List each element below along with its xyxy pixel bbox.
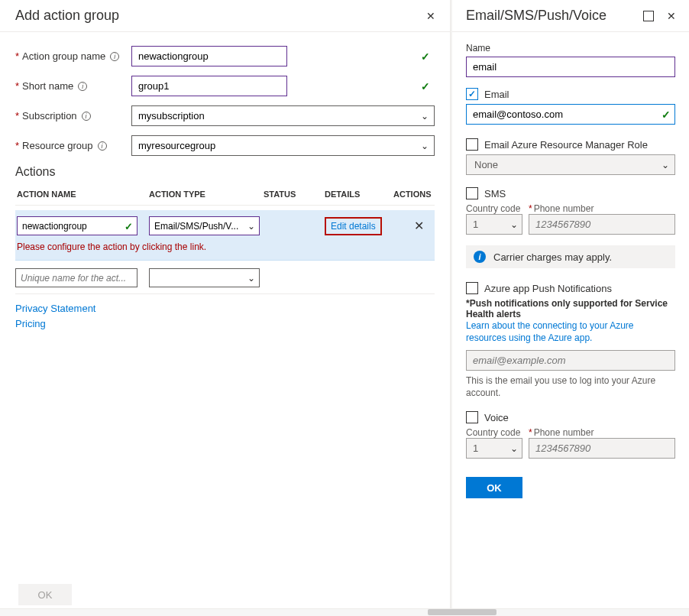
ok-button[interactable]: OK — [466, 477, 522, 498]
action-type-empty-select[interactable] — [149, 268, 260, 287]
horizontal-scrollbar-thumb[interactable] — [428, 609, 497, 615]
checkmark-icon: ✓ — [662, 109, 671, 121]
email-input[interactable] — [466, 104, 675, 125]
action-row-highlighted: ✓ ⌄ Edit details — [15, 210, 435, 261]
name-label: Name — [466, 43, 675, 53]
action-row-empty: ⌄ — [15, 261, 435, 292]
info-icon[interactable]: i — [78, 82, 87, 91]
info-icon: i — [474, 251, 486, 263]
email-checkbox[interactable] — [466, 88, 478, 100]
right-pane-header: Email/SMS/Push/Voice ✕ — [452, 0, 689, 32]
checkmark-icon: ✓ — [421, 80, 430, 92]
checkmark-icon: ✓ — [125, 220, 133, 232]
action-type-select[interactable] — [149, 216, 260, 235]
arm-role-checkbox[interactable] — [466, 138, 478, 151]
name-input[interactable] — [466, 57, 675, 77]
table-header: ACTION NAME ACTION TYPE STATUS DETAILS A… — [15, 186, 435, 206]
horizontal-scrollbar-track[interactable] — [0, 608, 689, 616]
subscription-select[interactable] — [131, 105, 435, 126]
voice-country-code-label: Country code — [466, 427, 522, 438]
arm-role-label: Email Azure Resource Manager Role — [484, 139, 648, 151]
action-name-input[interactable] — [17, 216, 137, 235]
action-group-name-input[interactable] — [131, 46, 287, 66]
voice-label: Voice — [484, 412, 509, 423]
maximize-icon[interactable] — [643, 11, 654, 21]
ok-button[interactable]: OK — [18, 584, 72, 605]
push-helper: This is the email you use to log into yo… — [466, 375, 675, 399]
remove-action-icon[interactable]: ✕ — [410, 219, 427, 233]
sms-phone-label: Phone number — [534, 203, 594, 214]
action-group-name-label: *Action group name i — [15, 50, 131, 62]
info-icon[interactable]: i — [98, 141, 107, 151]
voice-country-code-select[interactable] — [466, 438, 522, 459]
sms-phone-input[interactable] — [529, 214, 675, 235]
info-icon[interactable]: i — [82, 112, 91, 121]
left-pane-header: Add action group ✕ — [0, 0, 450, 32]
short-name-input[interactable] — [131, 76, 287, 96]
detail-title: Email/SMS/Push/Voice — [466, 8, 643, 24]
sms-label: SMS — [484, 188, 506, 199]
sms-checkbox[interactable] — [466, 187, 478, 199]
resource-group-select[interactable] — [131, 135, 435, 156]
push-note: *Push notifications only supported for S… — [466, 298, 675, 319]
sms-country-code-label: Country code — [466, 203, 522, 214]
info-icon[interactable]: i — [110, 52, 119, 61]
sms-country-code-select[interactable] — [466, 214, 522, 235]
subscription-label: *Subscription i — [15, 110, 131, 122]
carrier-note: i Carrier charges may apply. — [466, 245, 675, 268]
close-icon[interactable]: ✕ — [665, 9, 678, 23]
privacy-link[interactable]: Privacy Statement — [15, 303, 435, 314]
email-label: Email — [484, 89, 509, 100]
pricing-link[interactable]: Pricing — [15, 318, 435, 329]
actions-heading: Actions — [15, 165, 435, 179]
action-error-message: Please configure the action by clicking … — [15, 235, 435, 252]
voice-phone-input[interactable] — [529, 438, 675, 459]
action-name-empty-input[interactable] — [15, 268, 137, 287]
checkmark-icon: ✓ — [421, 50, 430, 63]
arm-role-select[interactable] — [466, 154, 675, 175]
close-icon[interactable]: ✕ — [424, 9, 438, 23]
push-email-input[interactable] — [466, 350, 675, 371]
voice-checkbox[interactable] — [466, 411, 478, 423]
edit-details-link[interactable]: Edit details — [325, 217, 382, 235]
short-name-label: *Short name i — [15, 80, 131, 92]
push-checkbox[interactable] — [466, 282, 478, 294]
voice-phone-label: Phone number — [534, 427, 594, 438]
resource-group-label: *Resource group i — [15, 140, 131, 151]
page-title: Add action group — [15, 8, 119, 24]
push-learn-link[interactable]: Learn about the connecting to your Azure… — [466, 320, 675, 344]
push-label: Azure app Push Notifications — [484, 283, 612, 294]
